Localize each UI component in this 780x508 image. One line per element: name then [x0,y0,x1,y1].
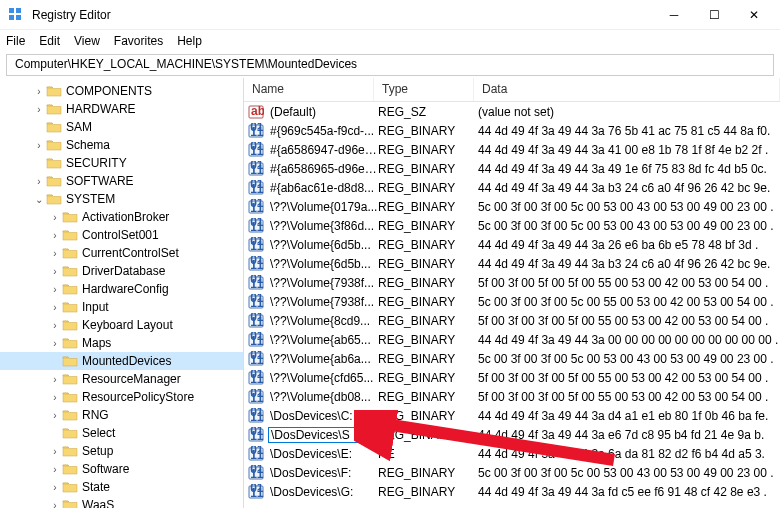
chevron-right-icon[interactable]: › [48,302,62,313]
tree-node-controlset001[interactable]: ›ControlSet001 [0,226,243,244]
menu-edit[interactable]: Edit [39,34,60,48]
chevron-right-icon[interactable]: › [48,212,62,223]
tree-label: SAM [66,120,92,134]
address-bar[interactable]: Computer\HKEY_LOCAL_MACHINE\SYSTEM\Mount… [6,54,774,76]
value-row[interactable]: \??\Volume{8cd9...REG_BINARY5f 00 3f 00 … [244,311,780,330]
tree-node-software[interactable]: ›Software [0,460,243,478]
tree-node-resourcemanager[interactable]: ›ResourceManager [0,370,243,388]
chevron-right-icon[interactable]: › [48,500,62,509]
value-row[interactable]: \DosDevices\G:REG_BINARY44 4d 49 4f 3a 4… [244,482,780,501]
value-name: (Default) [268,105,378,119]
tree-node-schema[interactable]: ›Schema [0,136,243,154]
value-type: REG_BINARY [378,485,478,499]
value-row[interactable]: \??\Volume{ab65...REG_BINARY44 4d 49 4f … [244,330,780,349]
column-data[interactable]: Data [474,78,780,101]
value-row[interactable]: \DosDevices\F:REG_BINARY5c 00 3f 00 3f 0… [244,463,780,482]
value-name: \??\Volume{8cd9... [268,314,378,328]
value-row[interactable]: \??\Volume{0179a...REG_BINARY5c 00 3f 00… [244,197,780,216]
value-row[interactable]: \??\Volume{6d5b...REG_BINARY44 4d 49 4f … [244,235,780,254]
tree-node-setup[interactable]: ›Setup [0,442,243,460]
tree-node-hardwareconfig[interactable]: ›HardwareConfig [0,280,243,298]
maximize-button[interactable]: ☐ [704,8,724,22]
tree-node-input[interactable]: ›Input [0,298,243,316]
value-row[interactable]: \??\Volume{6d5b...REG_BINARY44 4d 49 4f … [244,254,780,273]
value-row[interactable]: #{a6586965-d96e-...REG_BINARY44 4d 49 4f… [244,159,780,178]
value-data: 44 4d 49 4f 3a 49 44 3a b3 24 c6 a0 4f 9… [478,181,780,195]
folder-icon [62,210,78,224]
chevron-right-icon[interactable]: › [48,392,62,403]
value-row[interactable]: #{ab6ac61e-d8d8...REG_BINARY44 4d 49 4f … [244,178,780,197]
tree-node-currentcontrolset[interactable]: ›CurrentControlSet [0,244,243,262]
chevron-right-icon[interactable]: › [32,140,46,151]
menu-view[interactable]: View [74,34,100,48]
menu-favorites[interactable]: Favorites [114,34,163,48]
value-row[interactable]: \??\Volume{ab6a...REG_BINARY5c 00 3f 00 … [244,349,780,368]
tree-node-hardware[interactable]: ›HARDWARE [0,100,243,118]
chevron-right-icon[interactable]: › [48,230,62,241]
tree-label: DriverDatabase [82,264,165,278]
chevron-right-icon[interactable]: › [48,266,62,277]
value-row[interactable]: REG_BINARY44 4d 49 4f 3a 49 44 3a e6 7d … [244,425,780,444]
value-name-edit[interactable] [268,427,368,443]
menu-help[interactable]: Help [177,34,202,48]
tree-node-software[interactable]: ›SOFTWARE [0,172,243,190]
chevron-right-icon[interactable]: › [48,446,62,457]
tree-node-resourcepolicystore[interactable]: ›ResourcePolicyStore [0,388,243,406]
chevron-right-icon[interactable]: › [48,338,62,349]
tree-node-rng[interactable]: ›RNG [0,406,243,424]
tree-label: SOFTWARE [66,174,134,188]
tree-node-activationbroker[interactable]: ›ActivationBroker [0,208,243,226]
chevron-right-icon[interactable]: › [32,176,46,187]
tree-label: RNG [82,408,109,422]
value-row[interactable]: \??\Volume{7938f...REG_BINARY5c 00 3f 00… [244,292,780,311]
tree-node-sam[interactable]: SAM [0,118,243,136]
tree-node-waas[interactable]: ›WaaS [0,496,243,508]
chevron-right-icon[interactable]: › [48,410,62,421]
chevron-right-icon[interactable]: › [48,320,62,331]
close-button[interactable]: ✕ [744,8,764,22]
column-name[interactable]: Name [244,78,374,101]
chevron-down-icon[interactable]: ⌄ [32,194,46,205]
tree-node-state[interactable]: ›State [0,478,243,496]
value-name: \DosDevices\F: [268,466,378,480]
tree-node-keyboard-layout[interactable]: ›Keyboard Layout [0,316,243,334]
value-name: #{969c545a-f9cd-... [268,124,378,138]
value-row[interactable]: \??\Volume{db08...REG_BINARY5f 00 3f 00 … [244,387,780,406]
chevron-right-icon[interactable]: › [48,284,62,295]
value-row[interactable]: \DosDevices\C:REG_BINARY44 4d 49 4f 3a 4… [244,406,780,425]
value-type: REG_BINARY [378,409,478,423]
tree-node-driverdatabase[interactable]: ›DriverDatabase [0,262,243,280]
tree-label: ControlSet001 [82,228,159,242]
value-row[interactable]: \??\Volume{cfd65...REG_BINARY5f 00 3f 00… [244,368,780,387]
tree-node-maps[interactable]: ›Maps [0,334,243,352]
chevron-right-icon[interactable]: › [48,464,62,475]
chevron-right-icon[interactable]: › [48,248,62,259]
value-row[interactable]: #{969c545a-f9cd-...REG_BINARY44 4d 49 4f… [244,121,780,140]
value-row[interactable]: #{a6586947-d96e-...REG_BINARY44 4d 49 4f… [244,140,780,159]
chevron-right-icon[interactable]: › [48,374,62,385]
chevron-right-icon[interactable]: › [48,482,62,493]
tree-node-mounteddevices[interactable]: MountedDevices [0,352,243,370]
chevron-right-icon[interactable]: › [32,86,46,97]
value-row[interactable]: (Default)REG_SZ(value not set) [244,102,780,121]
tree-node-select[interactable]: Select [0,424,243,442]
tree-node-security[interactable]: SECURITY [0,154,243,172]
value-data: 44 4d 49 4f 3a 49 44 3a b3 24 c6 a0 4f 9… [478,257,780,271]
window-title: Registry Editor [32,8,664,22]
tree-node-components[interactable]: ›COMPONENTS [0,82,243,100]
key-tree[interactable]: ›COMPONENTS›HARDWARESAM›SchemaSECURITY›S… [0,78,244,508]
chevron-right-icon[interactable]: › [32,104,46,115]
value-row[interactable]: \DosDevices\E:RE44 4d 49 4f 3a 49 44 3a … [244,444,780,463]
column-type[interactable]: Type [374,78,474,101]
value-row[interactable]: \??\Volume{7938f...REG_BINARY5f 00 3f 00… [244,273,780,292]
value-type: REG_BINARY [378,143,478,157]
binary-value-icon [248,332,264,348]
value-row[interactable]: \??\Volume{3f86d...REG_BINARY5c 00 3f 00… [244,216,780,235]
menu-file[interactable]: File [6,34,25,48]
value-data: 44 4d 49 4f 3a 49 44 3a 6a da 81 82 d2 f… [478,447,780,461]
tree-node-system[interactable]: ⌄SYSTEM [0,190,243,208]
minimize-button[interactable]: ─ [664,8,684,22]
binary-value-icon [248,180,264,196]
value-name: #{a6586947-d96e-... [268,143,378,157]
regedit-icon [8,7,24,23]
